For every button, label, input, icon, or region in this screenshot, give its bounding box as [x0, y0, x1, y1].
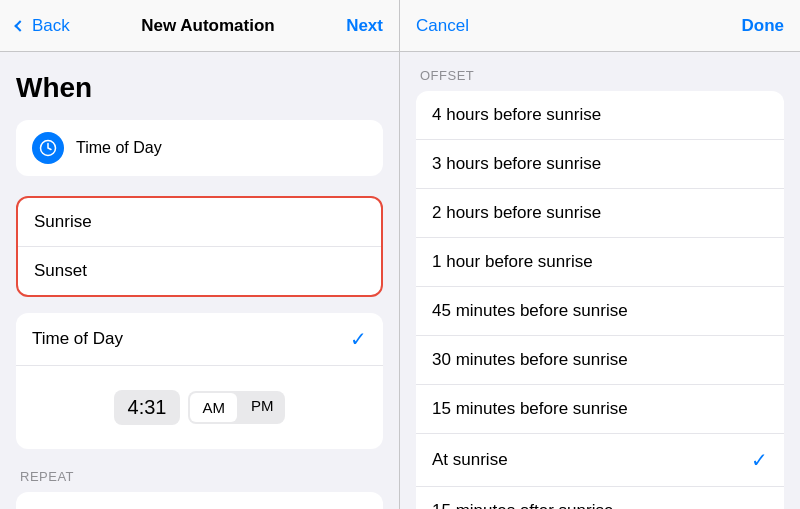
time-of-day-checkmark: ✓: [350, 327, 367, 351]
sunrise-option[interactable]: Sunrise: [18, 198, 381, 247]
left-content: When Time of Day Sunrise Sunset Time o: [0, 52, 399, 509]
time-of-day-label: Time of Day: [76, 139, 162, 157]
offset-item[interactable]: 15 minutes after sunrise: [416, 487, 784, 509]
offset-item[interactable]: 45 minutes before sunrise: [416, 287, 784, 336]
clock-icon: [39, 139, 57, 157]
ampm-selector: AM PM: [188, 391, 285, 424]
am-button[interactable]: AM: [190, 393, 237, 422]
back-button[interactable]: Back: [16, 16, 70, 36]
done-button[interactable]: Done: [742, 16, 785, 36]
sunrise-sunset-options: Sunrise Sunset: [16, 196, 383, 297]
offset-item-label: 3 hours before sunrise: [432, 154, 601, 174]
clock-icon-circle: [32, 132, 64, 164]
right-panel: Cancel Done OFFSET 4 hours before sunris…: [400, 0, 800, 509]
sunset-option[interactable]: Sunset: [18, 247, 381, 295]
offset-item[interactable]: 3 hours before sunrise: [416, 140, 784, 189]
offset-item-label: At sunrise: [432, 450, 508, 470]
time-picker: 4:31 AM PM: [32, 380, 367, 435]
time-options-group: Time of Day ✓ 4:31 AM PM: [16, 313, 383, 449]
offset-item-label: 15 minutes after sunrise: [432, 501, 613, 509]
repeat-section-label: REPEAT: [16, 469, 383, 484]
offset-item[interactable]: 4 hours before sunrise: [416, 91, 784, 140]
offset-item[interactable]: 2 hours before sunrise: [416, 189, 784, 238]
offset-checkmark: ✓: [751, 448, 768, 472]
offset-item-label: 15 minutes before sunrise: [432, 399, 628, 419]
offset-item[interactable]: 30 minutes before sunrise: [416, 336, 784, 385]
sunset-label: Sunset: [34, 261, 87, 280]
back-chevron-icon: [14, 20, 25, 31]
right-content: OFFSET 4 hours before sunrise3 hours bef…: [400, 52, 800, 509]
offset-list: 4 hours before sunrise3 hours before sun…: [416, 91, 784, 509]
next-button[interactable]: Next: [346, 16, 383, 36]
cancel-button[interactable]: Cancel: [416, 16, 469, 36]
offset-item[interactable]: 15 minutes before sunrise: [416, 385, 784, 434]
left-nav-bar: Back New Automation Next: [0, 0, 399, 52]
offset-item[interactable]: 1 hour before sunrise: [416, 238, 784, 287]
offset-item-label: 2 hours before sunrise: [432, 203, 601, 223]
pm-button[interactable]: PM: [239, 391, 286, 424]
time-of-day-row[interactable]: Time of Day: [16, 120, 383, 176]
right-nav-bar: Cancel Done: [400, 0, 800, 52]
left-panel: Back New Automation Next When Time of Da…: [0, 0, 400, 509]
offset-section-label: OFFSET: [400, 68, 800, 91]
time-of-day-option[interactable]: Time of Day ✓: [16, 313, 383, 366]
offset-item-label: 4 hours before sunrise: [432, 105, 601, 125]
when-heading: When: [16, 72, 383, 104]
offset-item[interactable]: At sunrise✓: [416, 434, 784, 487]
back-label: Back: [32, 16, 70, 36]
time-display[interactable]: 4:31: [114, 390, 181, 425]
repeat-section: REPEAT Daily ✓: [16, 469, 383, 509]
sunrise-label: Sunrise: [34, 212, 92, 231]
daily-option[interactable]: Daily ✓: [16, 492, 383, 509]
offset-item-label: 1 hour before sunrise: [432, 252, 593, 272]
offset-item-label: 30 minutes before sunrise: [432, 350, 628, 370]
time-picker-row: 4:31 AM PM: [16, 366, 383, 449]
time-of-day-option-label: Time of Day: [32, 329, 123, 349]
offset-item-label: 45 minutes before sunrise: [432, 301, 628, 321]
page-title: New Automation: [141, 16, 274, 36]
